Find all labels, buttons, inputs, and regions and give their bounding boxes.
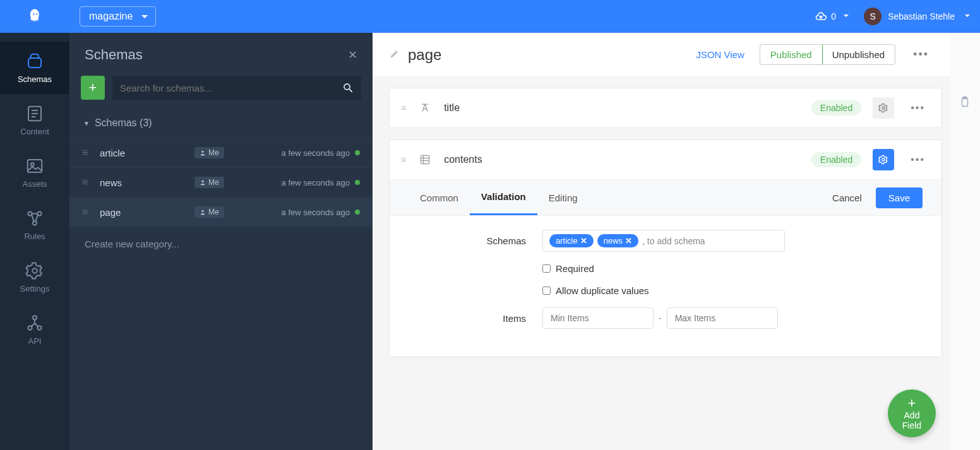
edit-icon[interactable] [390,49,399,60]
field-card-title: ≡ title Enabled ••• [389,88,942,128]
schemas-tag-input[interactable]: article ✕ news ✕ , to add schema [542,230,785,252]
tab-validation[interactable]: Validation [470,180,537,215]
owner-badge: Me [194,147,224,158]
drag-handle-icon[interactable]: ≡ [401,103,406,113]
enabled-badge: Enabled [811,152,861,167]
svg-point-17 [201,181,203,182]
publish-toggle: Published Unpublished [760,44,895,65]
search-icon [342,82,354,93]
enabled-badge: Enabled [811,100,861,115]
schema-tag: article ✕ [549,234,594,247]
nav-label: API [28,336,42,346]
schemas-label: Schemas [409,235,542,246]
required-checkbox[interactable]: Required [542,263,594,274]
search-input[interactable] [120,83,342,93]
svg-point-16 [201,151,203,153]
drag-handle-icon[interactable]: ≡ [82,177,100,188]
page-title: page [408,46,441,64]
owner-badge: Me [194,206,224,218]
owner-badge: Me [194,177,224,188]
svg-point-19 [882,107,885,109]
user-name: Sebastian Stehle [888,11,955,21]
cloud-count: 0 [831,11,836,21]
svg-rect-0 [28,58,41,68]
svg-line-15 [349,89,352,92]
schema-name: news [100,177,194,188]
json-view-link[interactable]: JSON View [696,49,744,60]
nav-label: Schemas [18,74,52,84]
status-dot-icon [355,150,360,155]
save-button[interactable]: Save [876,187,923,208]
sidebar-close-icon[interactable]: ✕ [348,48,357,62]
section-label: Schemas (3) [95,117,152,129]
add-field-button[interactable]: + Add Field [888,389,936,437]
schema-name: page [100,207,194,218]
published-option[interactable]: Published [760,44,823,65]
app-selector-label: magazine [89,11,133,21]
field-name: contents [444,154,482,165]
nav-label: Settings [20,284,50,293]
nav-content[interactable]: Content [0,94,69,146]
items-label: Items [409,313,542,324]
svg-point-11 [33,316,37,319]
nav-rules[interactable]: Rules [0,199,69,251]
schema-item-page[interactable]: ≡ page Me a few seconds ago [69,197,373,227]
min-items-input[interactable] [542,307,654,329]
schema-tag: news ✕ [597,234,638,247]
schema-time: a few seconds ago [282,178,350,187]
status-dot-icon [355,180,360,185]
chevron-down-icon: ▼ [83,120,90,127]
references-field-icon [417,153,433,166]
svg-point-10 [32,268,37,273]
sidebar-title: Schemas [85,47,143,63]
field-name: title [444,102,460,114]
range-dash: - [659,313,662,323]
cancel-button[interactable]: Cancel [823,187,871,208]
schema-time: a few seconds ago [282,148,350,158]
svg-point-14 [344,84,350,90]
schema-time: a few seconds ago [282,208,350,217]
nav-schemas[interactable]: Schemas [0,42,69,94]
drag-handle-icon[interactable]: ≡ [82,206,100,218]
status-dot-icon [355,210,360,215]
field-more-icon[interactable]: ••• [905,154,930,165]
unpublished-option[interactable]: Unpublished [822,45,895,64]
cloud-status[interactable]: 0 [815,10,849,23]
max-items-input[interactable] [667,307,778,329]
nav-label: Assets [22,179,47,189]
schema-item-news[interactable]: ≡ news Me a few seconds ago [69,167,373,197]
user-menu[interactable]: S Sebastian Stehle [864,8,970,25]
schema-item-article[interactable]: ≡ article Me a few seconds ago [69,138,373,167]
nav-settings[interactable]: Settings [0,251,69,304]
field-settings-button[interactable] [873,97,894,119]
remove-tag-icon[interactable]: ✕ [580,236,587,246]
nav-api[interactable]: API [0,304,69,356]
plus-icon: + [908,396,916,410]
create-category-input[interactable]: Create new category... [69,227,373,261]
add-schema-button[interactable]: + [81,76,105,100]
drag-handle-icon[interactable]: ≡ [401,155,406,165]
allow-duplicates-checkbox[interactable]: Allow duplicate values [542,285,649,296]
svg-point-18 [201,210,203,212]
nav-label: Rules [24,232,45,241]
field-more-icon[interactable]: ••• [905,102,930,114]
nav-assets[interactable]: Assets [0,146,69,199]
tab-common[interactable]: Common [409,181,470,215]
nav-label: Content [20,127,49,136]
avatar: S [864,8,881,25]
app-logo[interactable] [10,8,61,25]
svg-rect-20 [421,155,429,163]
tab-editing[interactable]: Editing [537,181,589,215]
clipboard-icon[interactable] [959,96,971,109]
remove-tag-icon[interactable]: ✕ [625,236,632,246]
svg-point-24 [882,158,885,161]
header-more-icon[interactable]: ••• [904,48,938,61]
drag-handle-icon[interactable]: ≡ [82,147,100,158]
text-field-icon [417,102,433,114]
schemas-section-header[interactable]: ▼ Schemas (3) [69,109,373,138]
app-selector[interactable]: magazine [80,6,156,27]
tag-hint: , to add schema [642,236,705,246]
field-settings-button[interactable] [873,149,894,170]
field-card-contents: ≡ contents Enabled ••• [389,139,942,357]
schema-name: article [100,148,194,158]
